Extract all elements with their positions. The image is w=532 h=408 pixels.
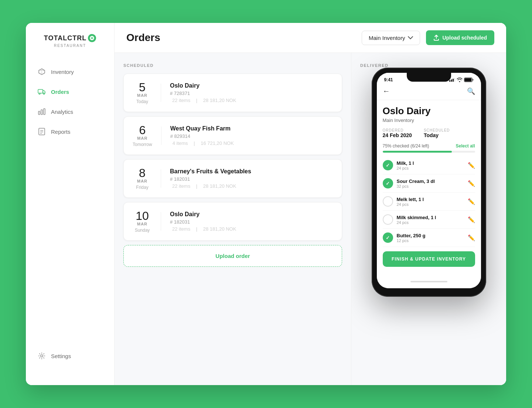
date-month: MAR — [133, 179, 152, 183]
inventory-dropdown[interactable]: Main Inventory — [362, 31, 420, 45]
date-day: 10 — [133, 210, 152, 222]
item-info: Melk lett, 1 l 24 pcs — [397, 197, 464, 207]
edit-icon[interactable]: ✏️ — [468, 216, 475, 223]
phone-time: 9:41 — [384, 77, 393, 82]
sidebar-item-analytics[interactable]: Analytics — [32, 102, 108, 121]
divider — [161, 84, 161, 102]
item-qty: 32 pcs — [397, 184, 464, 188]
check-circle-checked[interactable] — [383, 232, 393, 243]
order-card[interactable]: 8 MAR Friday Barney's Fruits & Vegetable… — [123, 159, 342, 198]
edit-icon[interactable]: ✏️ — [468, 198, 475, 205]
logo: TOTALCTRL — [37, 34, 103, 42]
item-list: Milk, 1 l 24 pcs ✏️ — [383, 156, 475, 247]
order-meta: 22 items | 28 181,20 NOK — [170, 98, 333, 103]
upload-order-link[interactable]: Upload order — [123, 245, 342, 267]
phone-scheduled-label: SCHEDULED — [424, 128, 450, 132]
ordered-date-block: ORDERED 24 Feb 2020 — [383, 128, 412, 138]
order-card[interactable]: 5 MAR Today Oslo Dairy # 728371 22 items… — [123, 74, 342, 112]
svg-rect-5 — [41, 110, 42, 115]
battery-icon — [464, 78, 474, 82]
list-item[interactable]: Milk, 1 l 24 pcs ✏️ — [383, 156, 475, 174]
order-number: # 182031 — [170, 219, 333, 225]
date-day: 5 — [133, 81, 152, 93]
svg-rect-17 — [464, 78, 471, 82]
gear-icon — [38, 352, 46, 360]
check-circle-unchecked[interactable] — [383, 214, 393, 225]
phone-footer: FINISH & UPDATE INVENTORY — [377, 247, 481, 274]
scheduled-date-block: SCHEDULED Today — [424, 128, 450, 138]
upload-scheduled-button[interactable]: Upload scheduled — [426, 30, 494, 45]
logo-area: TOTALCTRL RESTAURANT — [26, 34, 114, 62]
list-item[interactable]: Milk skimmed, 1 l 24 pcs ✏️ — [383, 211, 475, 229]
svg-rect-6 — [44, 109, 45, 115]
order-card[interactable]: 10 MAR Sunday Oslo Dairy # 182031 22 ite… — [123, 202, 342, 241]
sidebar-item-label-settings: Settings — [51, 353, 71, 359]
cube-icon — [38, 68, 46, 76]
sidebar-item-settings[interactable]: Settings — [32, 347, 108, 365]
check-circle-checked[interactable] — [383, 178, 393, 188]
list-item[interactable]: Butter, 250 g 12 pcs ✏️ — [383, 229, 475, 247]
inventory-dropdown-label: Main Inventory — [369, 35, 405, 41]
edit-icon[interactable]: ✏️ — [468, 234, 475, 241]
phone-body: Oslo Dairy Main Inventory ORDERED 24 Feb… — [377, 100, 481, 247]
item-name: Milk, 1 l — [397, 160, 464, 166]
check-circle-unchecked[interactable] — [383, 196, 393, 207]
delivered-section-label: DELIVERED — [351, 63, 506, 68]
sidebar-item-inventory[interactable]: Inventory — [32, 62, 108, 81]
order-number: # 182031 — [170, 176, 333, 182]
phone-wrapper: 9:41 — [351, 68, 506, 297]
date-block: 6 MAR Tomorrow — [133, 124, 152, 147]
date-day: 8 — [133, 167, 152, 179]
select-all-button[interactable]: Select all — [456, 143, 475, 149]
ordered-date: 24 Feb 2020 — [383, 132, 412, 138]
sidebar-item-orders[interactable]: Orders — [32, 82, 108, 101]
order-info: Oslo Dairy # 182031 22 items | 28 181,20… — [170, 211, 333, 232]
edit-icon[interactable]: ✏️ — [468, 162, 475, 169]
edit-icon[interactable]: ✏️ — [468, 180, 475, 187]
sidebar-item-label-orders: Orders — [51, 89, 69, 95]
sidebar-item-label-analytics: Analytics — [51, 109, 73, 115]
check-circle-checked[interactable] — [383, 160, 393, 170]
phone-mockup: 9:41 — [372, 68, 486, 297]
progress-bar — [383, 151, 475, 153]
sidebar: TOTALCTRL RESTAURANT I — [26, 23, 115, 385]
order-info: West Quay Fish Farm # 829314 4 items | 1… — [170, 125, 333, 146]
sidebar-item-label-inventory: Inventory — [51, 69, 74, 75]
date-label: Today — [133, 99, 152, 104]
status-icons — [449, 78, 474, 82]
content-area: SCHEDULED 5 MAR Today Oslo Dairy # 72837… — [115, 53, 506, 385]
app-container: TOTALCTRL RESTAURANT I — [26, 23, 506, 385]
supplier-name: Oslo Dairy — [383, 105, 475, 117]
item-info: Butter, 250 g 12 pcs — [397, 233, 464, 243]
date-block: 8 MAR Friday — [133, 167, 152, 190]
progress-row: 75% checked (6/24 left) Select all — [383, 143, 475, 149]
item-name: Butter, 250 g — [397, 233, 464, 238]
progress-text: 75% checked (6/24 left) — [383, 143, 429, 149]
order-meta: 4 items | 16 721,20 NOK — [170, 140, 333, 146]
order-info: Oslo Dairy # 728371 22 items | 28 181,20… — [170, 82, 333, 103]
settings-area: Settings — [26, 347, 114, 374]
item-qty: 24 pcs — [397, 166, 464, 170]
sidebar-item-label-reports: Reports — [51, 129, 71, 135]
item-qty: 24 pcs — [397, 220, 464, 225]
svg-rect-1 — [38, 89, 43, 93]
upload-icon — [433, 35, 439, 41]
list-item[interactable]: Melk lett, 1 l 24 pcs ✏️ — [383, 193, 475, 211]
progress-bar-fill — [383, 151, 452, 153]
search-button[interactable]: 🔍 — [467, 87, 475, 95]
list-item[interactable]: Sour Cream, 3 dl 32 pcs ✏️ — [383, 174, 475, 193]
svg-rect-12 — [449, 80, 450, 82]
item-info: Milk skimmed, 1 l 24 pcs — [397, 215, 464, 225]
order-meta: 22 items | 28 181,20 NOK — [170, 226, 333, 232]
date-block: 5 MAR Today — [133, 81, 152, 104]
item-name: Sour Cream, 3 dl — [397, 178, 464, 184]
order-dates: ORDERED 24 Feb 2020 SCHEDULED Today — [383, 128, 475, 138]
scheduled-label: SCHEDULED — [123, 63, 342, 68]
finish-update-button[interactable]: FINISH & UPDATE INVENTORY — [383, 251, 475, 267]
sidebar-item-reports[interactable]: Reports — [32, 122, 108, 141]
page-title: Orders — [126, 32, 362, 44]
logo-icon — [88, 34, 96, 42]
back-button[interactable]: ← — [383, 87, 390, 95]
order-card[interactable]: 6 MAR Tomorrow West Quay Fish Farm # 829… — [123, 116, 342, 155]
ordered-label: ORDERED — [383, 128, 412, 132]
